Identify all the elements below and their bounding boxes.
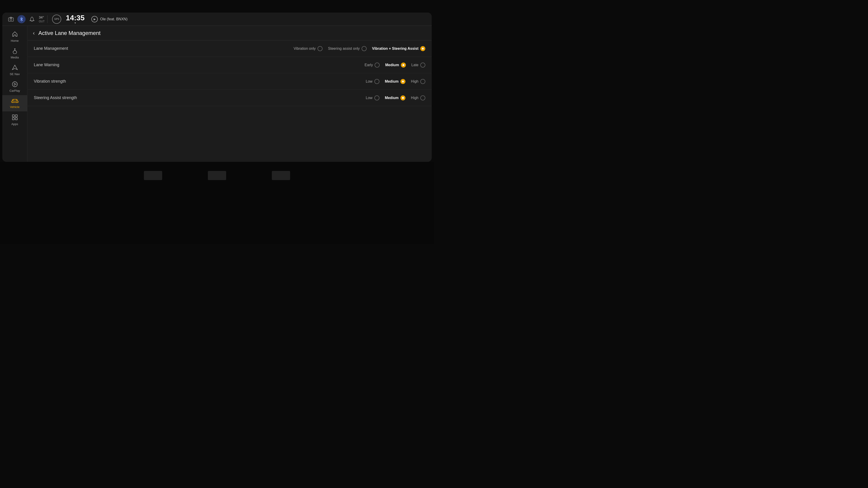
settings-list: Lane Management Vibration only Steering … (27, 40, 432, 162)
temperature-unit: OUT (39, 20, 44, 23)
steering-assist-only-option[interactable]: Steering assist only (328, 46, 367, 51)
bell-icon[interactable] (28, 15, 36, 23)
vibration-steering-label: Vibration + Steering Assist (372, 46, 418, 51)
physical-control-center (208, 171, 226, 180)
sidebar-item-media-label: Media (11, 56, 19, 59)
sidebar-item-home[interactable]: Home (2, 28, 27, 45)
steering-assist-strength-row: Steering Assist strength Low Medium High (27, 90, 432, 106)
svg-point-1 (10, 19, 12, 20)
early-option[interactable]: Early (365, 63, 380, 68)
steering-low-label: Low (366, 96, 372, 100)
clock-chevron: ▼ (74, 22, 76, 24)
lane-management-options: Vibration only Steering assist only Vibr… (293, 46, 425, 51)
steering-high-option[interactable]: High (411, 95, 425, 100)
medium-warning-radio[interactable] (401, 63, 406, 68)
vibration-low-label: Low (366, 79, 372, 84)
vibration-medium-label: Medium (385, 79, 399, 84)
vibration-medium-radio[interactable] (400, 79, 405, 84)
back-button[interactable]: ‹ (33, 30, 35, 36)
sidebar-item-media[interactable]: Media (2, 45, 27, 62)
steering-assist-only-radio[interactable] (362, 46, 367, 51)
lane-management-label: Lane Management (34, 46, 93, 51)
media-icon (12, 48, 18, 55)
nav-icon (12, 65, 18, 71)
vibration-only-radio[interactable] (317, 46, 322, 51)
medium-warning-label: Medium (385, 63, 399, 67)
svg-point-8 (17, 102, 18, 103)
steering-assist-strength-options: Low Medium High (366, 95, 425, 100)
vibration-strength-label: Vibration strength (34, 79, 93, 84)
play-icon[interactable]: ▶ (91, 16, 98, 22)
content-area: ‹ Active Lane Management Lane Management… (27, 26, 432, 162)
medium-warning-option[interactable]: Medium (385, 63, 406, 68)
now-playing: Ole (feat. BNXN) (100, 17, 127, 21)
media-info: ▶ Ole (feat. BNXN) (91, 16, 127, 22)
home-icon (12, 31, 18, 38)
steering-high-label: High (411, 96, 418, 100)
svg-rect-13 (12, 118, 14, 120)
sidebar-item-apps[interactable]: Apps (2, 111, 27, 129)
page-title: Active Lane Management (38, 30, 100, 36)
status-bar: 34° OUT GPS 14:35 ▼ ▶ Ole (feat. BNXN) (2, 12, 432, 26)
physical-control-right (272, 171, 290, 180)
early-label: Early (365, 63, 373, 67)
sidebar-item-apps-label: Apps (11, 122, 18, 126)
lane-management-row: Lane Management Vibration only Steering … (27, 40, 432, 57)
steering-low-option[interactable]: Low (366, 95, 379, 100)
svg-point-7 (12, 102, 13, 103)
svg-marker-3 (12, 65, 18, 70)
svg-rect-12 (15, 115, 18, 117)
apps-icon (12, 114, 18, 122)
late-label: Late (411, 63, 418, 67)
gps-icon[interactable]: GPS (52, 14, 61, 24)
steering-medium-radio[interactable] (400, 95, 405, 100)
vibration-high-option[interactable]: High (411, 79, 425, 84)
late-option[interactable]: Late (411, 63, 425, 68)
late-radio[interactable] (420, 63, 425, 68)
bluetooth-icon[interactable] (18, 15, 26, 23)
svg-rect-14 (15, 118, 18, 120)
steering-assist-only-label: Steering assist only (328, 46, 360, 51)
vibration-steering-radio[interactable] (420, 46, 425, 51)
lane-warning-row: Lane Warning Early Medium Late (27, 57, 432, 73)
sidebar-item-carplay[interactable]: CarPlay (2, 78, 27, 95)
vibration-only-label: Vibration only (293, 46, 316, 51)
sidebar-item-nav-label: SE Nav (9, 72, 20, 76)
steering-assist-strength-label: Steering Assist strength (34, 95, 93, 100)
vibration-strength-options: Low Medium High (366, 79, 425, 84)
early-radio[interactable] (375, 63, 380, 68)
sidebar-item-nav[interactable]: SE Nav (2, 62, 27, 78)
clock-display: 14:35 ▼ (66, 14, 85, 24)
sidebar: Home Media SE Nav (2, 26, 27, 162)
steering-low-radio[interactable] (374, 95, 379, 100)
camera-icon[interactable] (7, 15, 15, 23)
vibration-steering-option[interactable]: Vibration + Steering Assist (372, 46, 425, 51)
time-value: 14:35 (66, 14, 85, 22)
vibration-only-option[interactable]: Vibration only (293, 46, 322, 51)
vibration-high-radio[interactable] (420, 79, 425, 84)
vibration-low-radio[interactable] (374, 79, 379, 84)
svg-point-4 (12, 82, 18, 87)
steering-medium-option[interactable]: Medium (385, 95, 405, 100)
carplay-icon (12, 81, 18, 88)
vibration-low-option[interactable]: Low (366, 79, 379, 84)
sidebar-item-vehicle[interactable]: Vehicle (2, 95, 27, 111)
svg-rect-11 (12, 115, 14, 117)
status-icons (7, 15, 36, 23)
temperature-value: 34° (39, 15, 44, 19)
sidebar-item-carplay-label: CarPlay (9, 89, 20, 92)
physical-control-left (144, 171, 162, 180)
vibration-high-label: High (411, 79, 418, 84)
lane-warning-options: Early Medium Late (365, 63, 425, 68)
steering-high-radio[interactable] (420, 95, 425, 100)
bottom-area (0, 162, 434, 244)
sidebar-item-vehicle-label: Vehicle (10, 105, 20, 109)
steering-medium-label: Medium (385, 96, 399, 100)
vibration-medium-option[interactable]: Medium (385, 79, 405, 84)
lane-warning-label: Lane Warning (34, 63, 93, 67)
svg-rect-2 (10, 17, 12, 18)
svg-marker-5 (14, 83, 16, 85)
vibration-strength-row: Vibration strength Low Medium High (27, 73, 432, 90)
temperature-display: 34° OUT (36, 15, 48, 23)
content-header: ‹ Active Lane Management (27, 26, 432, 40)
